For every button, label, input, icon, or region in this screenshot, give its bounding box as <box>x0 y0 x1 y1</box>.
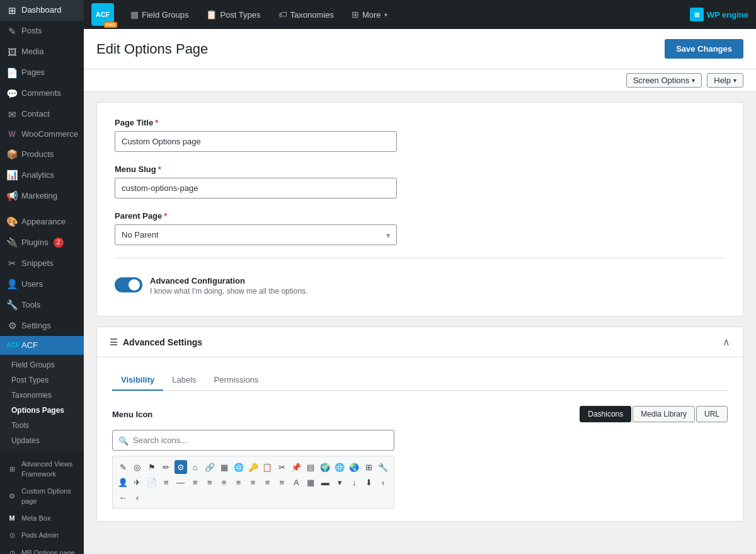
screen-options-button[interactable]: Screen Options ▾ <box>626 73 702 88</box>
sidebar-item-woocommerce[interactable]: W WooCommerce <box>0 125 84 144</box>
custom-options-icon: ⚙ <box>6 492 18 501</box>
icon-cell-pencil[interactable]: ✎ <box>117 460 129 474</box>
sidebar-item-plugins[interactable]: 🔌 Plugins 2 <box>0 232 84 253</box>
icon-cell-arrow-down[interactable]: ↓ <box>348 475 360 489</box>
icon-cell-chart2[interactable]: ▤ <box>304 460 317 474</box>
sidebar-item-products[interactable]: 📦 Products <box>0 144 84 164</box>
sidebar-item-avf[interactable]: ⊞ Advanced Views Framework <box>0 456 84 483</box>
submenu-field-groups[interactable]: Field Groups <box>0 357 84 372</box>
icon-cell-dropdown[interactable]: ▾ <box>333 475 346 489</box>
icon-cell-network[interactable]: 🌐 <box>232 460 245 474</box>
icon-cell-plane[interactable]: ✈ <box>131 475 144 489</box>
icon-cell-arrow-left[interactable]: ← <box>117 490 129 504</box>
avf-icon: ⊞ <box>6 465 18 474</box>
submenu-updates[interactable]: Updates <box>0 433 84 448</box>
sidebar-item-custom-options[interactable]: ⚙ Custom Options page <box>0 483 84 510</box>
submenu-post-types[interactable]: Post Types <box>0 372 84 388</box>
icon-cell-user[interactable]: 👤 <box>117 475 129 489</box>
advanced-config-toggle[interactable] <box>115 277 142 292</box>
icon-cell-list1[interactable]: ≡ <box>232 475 245 489</box>
sidebar-item-meta-box[interactable]: M Meta Box <box>0 510 84 527</box>
icon-cell-pin[interactable]: 📌 <box>290 460 302 474</box>
icon-cell-align-center[interactable]: ≡ <box>189 475 202 489</box>
sidebar-item-analytics[interactable]: 📊 Analytics <box>0 164 84 185</box>
sidebar-item-pods-admin[interactable]: ⊙ Pods Admin <box>0 527 84 544</box>
parent-page-field: Parent Page * No Parent ▾ <box>115 211 725 245</box>
sidebar-item-acf[interactable]: ACF ACF <box>0 336 84 355</box>
icon-type-dashicons[interactable]: Dashicons <box>580 406 631 422</box>
topnav-more[interactable]: ⊞ More ▾ <box>345 6 394 23</box>
tab-visibility[interactable]: Visibility <box>112 370 163 391</box>
menu-slug-input[interactable] <box>115 178 397 199</box>
icon-cell-edit[interactable]: ✏ <box>160 460 173 474</box>
sidebar-item-appearance[interactable]: 🎨 Appearance <box>0 211 84 232</box>
icon-cell-circle[interactable]: ◎ <box>131 460 144 474</box>
topnav-post-types[interactable]: 📋 Post Types <box>200 6 266 23</box>
icon-cell-chart[interactable]: ▦ <box>218 460 231 474</box>
acf-logo[interactable]: ACF PRO <box>91 3 114 26</box>
tab-labels[interactable]: Labels <box>163 370 205 391</box>
icon-cell-align-right[interactable]: ≡ <box>203 475 216 489</box>
icon-cell-grid[interactable]: ⊞ <box>362 460 375 474</box>
icon-cell-clipboard[interactable]: 📋 <box>261 460 273 474</box>
icon-search-input[interactable] <box>112 430 394 451</box>
top-bar: ACF PRO ▦ Field Groups 📋 Post Types 🏷 Ta… <box>84 0 756 29</box>
content-wrapper: Page Title * Menu Slug * <box>84 92 756 532</box>
help-button[interactable]: Help ▾ <box>707 73 743 88</box>
icon-cell-link[interactable]: 🔗 <box>203 460 216 474</box>
icon-cell-flag[interactable]: ⚑ <box>146 460 158 474</box>
sidebar-item-mb-options[interactable]: ⊙ MB Options page <box>0 545 84 554</box>
icon-type-url[interactable]: URL <box>696 406 728 422</box>
sidebar-item-settings[interactable]: ⚙ Settings <box>0 315 84 336</box>
submenu-options-pages[interactable]: Options Pages <box>0 403 84 418</box>
sidebar-item-contact[interactable]: ✉ Contact <box>0 104 84 125</box>
icon-cell-arrow-left-alt[interactable]: ‹ <box>377 475 389 489</box>
advanced-settings-icon: ☰ <box>110 337 118 347</box>
sidebar-item-users[interactable]: 👤 Users <box>0 274 84 294</box>
icon-cell-list2[interactable]: ≡ <box>247 475 260 489</box>
icon-cell-home[interactable]: ⌂ <box>189 460 202 474</box>
submenu-tools[interactable]: Tools <box>0 418 84 433</box>
menu-slug-field: Menu Slug * <box>115 164 725 199</box>
icon-cell-globe[interactable]: 🌍 <box>319 460 331 474</box>
plugins-icon: 🔌 <box>6 236 18 249</box>
icon-cell-list3[interactable]: ≡ <box>261 475 273 489</box>
icon-cell-align-full[interactable]: ≡ <box>218 475 231 489</box>
sidebar-item-marketing[interactable]: 📢 Marketing <box>0 185 84 206</box>
icon-cell-minus[interactable]: — <box>175 475 187 489</box>
icon-cell-globe2[interactable]: 🌐 <box>333 460 346 474</box>
menu-slug-label: Menu Slug * <box>115 164 725 174</box>
sidebar-item-dashboard[interactable]: ⊞ Dashboard <box>0 0 84 21</box>
save-changes-button[interactable]: Save Changes <box>665 39 743 59</box>
icon-cell-block[interactable]: ▬ <box>319 475 331 489</box>
icon-cell-settings[interactable]: ⚙ <box>175 460 187 474</box>
icon-cell-arrow-left2[interactable]: ‹ <box>131 490 144 504</box>
sidebar-item-media[interactable]: 🖼 Media <box>0 42 84 62</box>
submenu-taxonomies[interactable]: Taxonomies <box>0 388 84 403</box>
icon-cell-wrench[interactable]: 🔧 <box>377 460 389 474</box>
topnav-field-groups[interactable]: ▦ Field Groups <box>124 6 195 23</box>
sidebar-item-comments[interactable]: 💬 Comments <box>0 83 84 104</box>
icon-cell-menu[interactable]: ≡ <box>160 475 173 489</box>
menu-slug-required: * <box>158 164 161 174</box>
sidebar-item-snippets[interactable]: ✂ Snippets <box>0 253 84 274</box>
icon-type-media-library[interactable]: Media Library <box>633 406 695 422</box>
sidebar-item-tools[interactable]: 🔧 Tools <box>0 294 84 315</box>
icon-cell-file[interactable]: 📄 <box>146 475 158 489</box>
tab-permissions[interactable]: Permissions <box>205 370 268 391</box>
page-title-field: Page Title * <box>115 118 725 152</box>
topnav-taxonomies[interactable]: 🏷 Taxonomies <box>272 6 340 23</box>
icon-cell-table[interactable]: ▦ <box>304 475 317 489</box>
icon-cell-amazon[interactable]: A <box>290 475 302 489</box>
icon-cell-globe3[interactable]: 🌏 <box>348 460 360 474</box>
icon-cell-key[interactable]: 🔑 <box>247 460 260 474</box>
icon-cell-list4[interactable]: ≡ <box>275 475 288 489</box>
parent-page-select[interactable]: No Parent <box>115 224 397 245</box>
advanced-settings-collapse-icon[interactable]: ∧ <box>723 336 730 348</box>
page-title-input[interactable] <box>115 131 397 152</box>
icon-cell-scissors[interactable]: ✂ <box>275 460 288 474</box>
icon-cell-arrow-down2[interactable]: ⬇ <box>362 475 375 489</box>
parent-page-label: Parent Page * <box>115 211 725 221</box>
sidebar-item-pages[interactable]: 📄 Pages <box>0 62 84 83</box>
sidebar-item-posts[interactable]: ✎ Posts <box>0 21 84 42</box>
